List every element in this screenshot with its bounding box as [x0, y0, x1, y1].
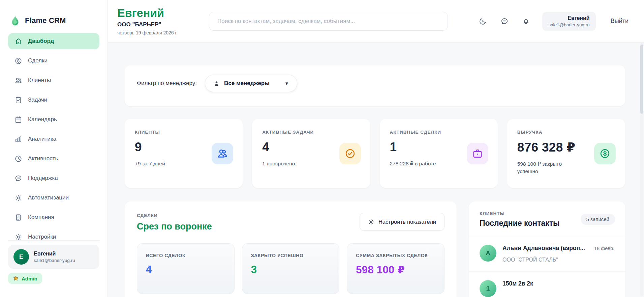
stat-card-active-deals: АКТИВНЫЕ СДЕЛКИ 1 278 228 ₽ в работе [380, 119, 498, 188]
metric-closed-sum: СУММА ЗАКРЫТЫХ СДЕЛОК 598 100 ₽ [347, 243, 444, 294]
clipboard-check-icon [14, 96, 22, 104]
stat-card-revenue: ВЫРУЧКА 876 328 ₽ 598 100 ₽ закрыто успе… [507, 119, 625, 188]
scrollbar[interactable] [640, 43, 643, 296]
sidebar-item-deals[interactable]: Сделки [8, 53, 99, 69]
topbar-user-email: sale1@barier-yug.ru [548, 22, 590, 27]
sidebar: Flame CRM Дашборд Сделки Клиенты [0, 0, 108, 297]
notifications-bell-icon[interactable] [522, 17, 530, 25]
building-icon [14, 214, 22, 221]
funnel-card: СДЕЛКИ Срез по воронке Настроить показат… [125, 201, 457, 297]
manager-select-value: Все менеджеры [224, 80, 270, 87]
dark-mode-moon-icon[interactable] [479, 17, 487, 25]
sidebar-item-label: Настройки [28, 234, 56, 240]
sidebar-item-label: Календарь [28, 116, 57, 123]
app-window: Flame CRM Дашборд Сделки Клиенты [0, 0, 644, 297]
sidebar-item-clients[interactable]: Клиенты [8, 72, 99, 88]
topbar: Евгений ООО "БАРЬЕР" четверг, 19 февраля… [108, 0, 644, 43]
stat-sub: 598 100 ₽ закрыто успешно [517, 160, 573, 176]
scrollbar-thumb[interactable] [640, 45, 643, 114]
logout-button[interactable]: Выйти [611, 18, 628, 25]
chat-icon [14, 174, 22, 182]
manager-filter-label: Фильтр по менеджеру: [137, 80, 197, 87]
funnel-header: СДЕЛКИ Срез по воронке Настроить показат… [137, 213, 444, 232]
sidebar-user-card[interactable]: E Евгений sale1@barier-yug.ru [8, 245, 99, 269]
sidebar-item-company[interactable]: Компания [8, 209, 99, 225]
sidebar-item-settings[interactable]: Настройки [8, 229, 99, 240]
search-input[interactable] [209, 12, 448, 31]
recent-contacts-card: КЛИЕНТЫ Последние контакты 5 записей А А… [469, 201, 625, 297]
sidebar-item-tasks[interactable]: Задачи [8, 92, 99, 108]
sidebar-footer: E Евгений sale1@barier-yug.ru Admin [8, 240, 99, 297]
sidebar-item-activity[interactable]: Активность [8, 151, 99, 167]
sidebar-item-dashboard[interactable]: Дашборд [8, 33, 99, 49]
sidebar-item-label: Автоматизации [28, 194, 69, 201]
contact-avatar: 1 [480, 280, 496, 297]
stat-sub: 278 228 ₽ в работе [390, 160, 446, 167]
sidebar-item-analytics[interactable]: Аналитика [8, 131, 99, 147]
records-count-badge: 5 записей [581, 214, 615, 225]
app-title: Flame CRM [25, 16, 66, 25]
funnel-section-label: СДЕЛКИ [137, 213, 212, 218]
gear-icon [14, 194, 22, 202]
sidebar-item-label: Сделки [28, 57, 48, 64]
gear-icon [14, 233, 22, 241]
dollar-icon [594, 143, 616, 164]
topbar-icons [479, 17, 530, 25]
app-logo: Flame CRM [8, 0, 99, 31]
sidebar-nav: Дашборд Сделки Клиенты Задачи [8, 31, 99, 240]
stat-label: КЛИЕНТЫ [135, 130, 233, 135]
topbar-user-name: Евгений [548, 15, 590, 21]
contact-list-item[interactable]: 1 150м 2в 2к [469, 272, 625, 297]
metric-label: ЗАКРЫТО УСПЕШНО [251, 252, 331, 259]
users-icon [212, 143, 233, 164]
sidebar-item-label: Активность [28, 155, 58, 162]
funnel-title: Срез по воронке [137, 221, 212, 232]
contact-list-item[interactable]: А Альви Адлановича (аэроп... 18 февр. ОО… [469, 236, 625, 272]
contact-date: 18 февр. [590, 246, 614, 251]
metric-value: 4 [146, 264, 225, 276]
contact-avatar: А [480, 245, 496, 262]
greeting-name: Евгений [117, 7, 209, 19]
sidebar-item-label: Дашборд [28, 38, 54, 45]
dashboard-content: Фильтр по менеджеру: Все менеджеры ▼ КЛИ… [108, 43, 644, 297]
bar-chart-icon [14, 135, 22, 143]
manager-select[interactable]: Все менеджеры ▼ [205, 75, 297, 92]
briefcase-icon [467, 143, 488, 164]
funnel-metrics: ВСЕГО СДЕЛОК 4 ЗАКРЫТО УСПЕШНО 3 СУММА З… [137, 243, 444, 294]
configure-metrics-button[interactable]: Настроить показатели [360, 213, 444, 231]
metric-label: ВСЕГО СДЕЛОК [146, 252, 225, 259]
dollar-circle-icon [14, 57, 22, 65]
stat-cards: КЛИЕНТЫ 9 +9 за 7 дней АКТИВНЫЕ ЗАДАЧИ 4… [125, 119, 625, 188]
stat-sub: 1 просрочено [262, 160, 318, 167]
check-circle-icon [339, 143, 361, 164]
stat-label: АКТИВНЫЕ СДЕЛКИ [390, 130, 488, 135]
contacts-header: КЛИЕНТЫ Последние контакты 5 записей [469, 201, 625, 236]
metric-label: СУММА ЗАКРЫТЫХ СДЕЛОК [356, 252, 435, 259]
topbar-user-chip[interactable]: Евгений sale1@barier-yug.ru [542, 12, 596, 31]
greeting-date: четверг, 19 февраля 2026 г. [117, 30, 209, 35]
contact-name: 150м 2в 2к [502, 280, 533, 287]
sidebar-item-automations[interactable]: Автоматизации [8, 190, 99, 206]
stat-label: АКТИВНЫЕ ЗАДАЧИ [262, 130, 360, 135]
bottom-row: СДЕЛКИ Срез по воронке Настроить показат… [125, 201, 625, 297]
manager-filter-card: Фильтр по менеджеру: Все менеджеры ▼ [125, 65, 625, 106]
flame-logo-icon [10, 15, 20, 27]
contact-name: Альви Адлановича (аэроп... [502, 245, 585, 252]
metric-closed-won: ЗАКРЫТО УСПЕШНО 3 [242, 243, 340, 294]
contact-company: ООО "СТРОЙ СТАЛЬ" [502, 257, 614, 263]
person-icon [213, 80, 220, 87]
calendar-icon [14, 116, 22, 124]
admin-badge: Admin [8, 273, 42, 284]
star-icon [13, 275, 19, 281]
stat-label: ВЫРУЧКА [517, 130, 615, 135]
sidebar-item-support[interactable]: Поддержка [8, 170, 99, 186]
messages-icon[interactable] [500, 17, 509, 25]
greeting-block: Евгений ООО "БАРЬЕР" четверг, 19 февраля… [117, 7, 209, 35]
sidebar-item-label: Компания [28, 214, 54, 221]
sidebar-item-label: Поддержка [28, 175, 58, 182]
metric-value: 598 100 ₽ [356, 264, 435, 276]
sidebar-item-calendar[interactable]: Календарь [8, 111, 99, 128]
sidebar-item-label: Аналитика [28, 136, 56, 142]
metric-value: 3 [251, 264, 331, 276]
stat-card-clients: КЛИЕНТЫ 9 +9 за 7 дней [125, 119, 243, 188]
